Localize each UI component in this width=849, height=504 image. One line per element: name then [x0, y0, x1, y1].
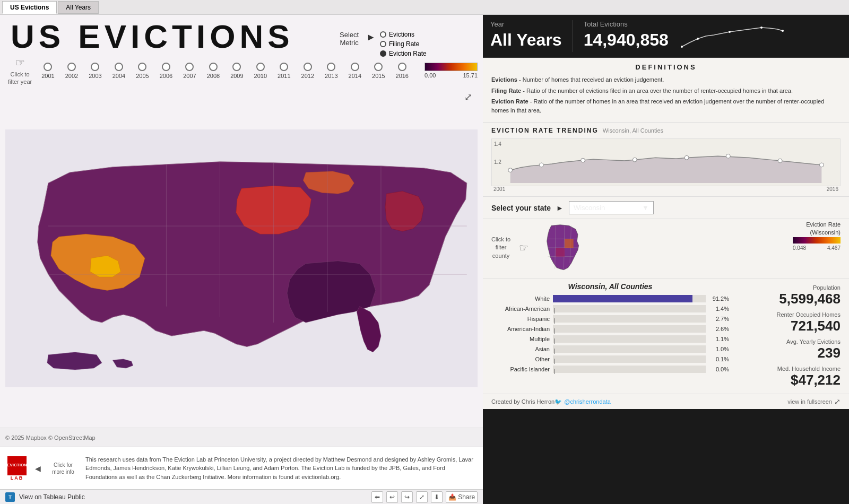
year-circle-2011 — [280, 63, 288, 71]
wi-map-svg[interactable] — [533, 221, 596, 274]
year-label-2014: 2014 — [349, 73, 361, 79]
trend-dot-8[interactable] — [819, 163, 824, 167]
demo-title: Wisconsin, All Counties — [491, 282, 729, 291]
twitter-icon: 🐦 — [555, 398, 562, 405]
year-item-2002[interactable]: 2002 — [65, 63, 78, 79]
year-circle-2005 — [138, 63, 146, 71]
expand-icon[interactable]: ⤢ — [464, 91, 472, 103]
title-area: US EVICTIONS — [0, 15, 294, 53]
color-legend: 0.00 15.71 — [424, 63, 478, 79]
demo-row-pacific-islander: Pacific Islander | 0.0% — [491, 366, 729, 373]
map-container[interactable]: ⤢ — [5, 89, 478, 428]
fullscreen-link[interactable]: view in fullscreen — [787, 398, 832, 405]
state-selector-arrow-icon: ► — [556, 204, 564, 212]
demo-pct-3: 2.6% — [709, 326, 729, 332]
tableau-icon-2[interactable]: ↩ — [386, 491, 398, 503]
demo-bar-container-7: | — [553, 366, 706, 373]
year-item-2003[interactable]: 2003 — [89, 63, 101, 79]
demo-row-other: Other | 0.1% — [491, 355, 729, 363]
renter-stat: Renter Occupied Homes 721,540 — [734, 311, 841, 334]
tab-all-years[interactable]: All Years — [58, 1, 99, 14]
year-circle-2002 — [67, 63, 76, 71]
trend-dot-5[interactable] — [685, 155, 689, 160]
logo-box: EVICTION — [7, 456, 27, 475]
created-by-label: Created by Chris Herron — [491, 398, 555, 405]
radio-evictions-circle — [380, 31, 386, 38]
year-circle-2016 — [398, 63, 406, 71]
year-item-2008[interactable]: 2008 — [207, 63, 220, 79]
metric-evictions[interactable]: Evictions — [380, 31, 427, 38]
demo-pct-6: 0.1% — [709, 356, 729, 362]
demo-bar-container-5: | — [553, 345, 706, 353]
trend-dot-2[interactable] — [539, 163, 543, 167]
trend-dot-4[interactable] — [633, 158, 637, 162]
demographics-section: Wisconsin, All Counties White 91.2% Afri… — [483, 279, 849, 394]
year-label-2006: 2006 — [160, 73, 172, 79]
tableau-icon-3[interactable]: ↪ — [401, 491, 413, 503]
trending-section: EVICTION RATE TRENDING Wisconsin, All Co… — [483, 122, 849, 196]
year-label-2010: 2010 — [254, 73, 267, 79]
year-stat-label: Year — [490, 20, 562, 28]
year-item-2001[interactable]: 2001 — [41, 63, 54, 79]
year-circle-2001 — [44, 63, 52, 71]
renter-label: Renter Occupied Homes — [734, 311, 841, 318]
year-label-2016: 2016 — [396, 73, 409, 79]
trend-dot-6[interactable] — [726, 154, 730, 158]
stat-divider — [573, 20, 573, 52]
svg-rect-7 — [556, 248, 565, 257]
demo-row-multiple: Multiple | 1.1% — [491, 335, 729, 343]
twitter-handle[interactable]: @chrisherrondata — [564, 398, 611, 405]
year-label-2015: 2015 — [372, 73, 385, 79]
year-item-2016[interactable]: 2016 — [396, 63, 409, 79]
mapbox-credit-text: © 2025 Mapbox © OpenStreetMap — [5, 435, 96, 441]
demo-bar-container-0 — [553, 295, 706, 302]
trending-chart: 1.4 1.2 — [491, 138, 841, 186]
tab-us-evictions[interactable]: US Evictions — [2, 1, 57, 14]
year-item-2007[interactable]: 2007 — [183, 63, 196, 79]
created-by-bar: Created by Chris Herron 🐦 @chrisherronda… — [483, 394, 849, 409]
demo-label-6: Other — [491, 356, 550, 362]
def-eviction-rate-term: Eviction Rate — [491, 98, 529, 105]
year-item-2013[interactable]: 2013 — [325, 63, 337, 79]
year-item-2009[interactable]: 2009 — [230, 63, 243, 79]
year-label-2012: 2012 — [301, 73, 314, 79]
tableau-icon-share[interactable]: 📤 Share — [446, 491, 478, 503]
avg-evictions-value: 239 — [734, 345, 841, 361]
definitions-title: DEFINITIONS — [491, 63, 841, 71]
year-item-2011[interactable]: 2011 — [278, 63, 290, 79]
demo-bar-container-3: | — [553, 325, 706, 333]
year-item-2015[interactable]: 2015 — [372, 63, 385, 79]
avg-evictions-stat: Avg. Yearly Evictions 239 — [734, 338, 841, 361]
wi-map-container[interactable] — [533, 221, 596, 274]
tableau-view-label[interactable]: View on Tableau Public — [19, 493, 85, 501]
click-more-info[interactable]: Click for more info — [47, 462, 79, 475]
alaska-region[interactable] — [47, 352, 102, 369]
demo-left: Wisconsin, All Counties White 91.2% Afri… — [491, 282, 729, 390]
metric-filing-rate[interactable]: Filing Rate — [380, 40, 427, 48]
year-item-2004[interactable]: 2004 — [112, 63, 125, 79]
year-item-2014[interactable]: 2014 — [349, 63, 361, 79]
year-item-2010[interactable]: 2010 — [254, 63, 267, 79]
wi-outline[interactable] — [547, 225, 579, 270]
year-item-2012[interactable]: 2012 — [301, 63, 314, 79]
spark-dot-1 — [681, 46, 683, 48]
tableau-icon-download[interactable]: ⬇ — [431, 491, 443, 503]
trend-dot-3[interactable] — [581, 158, 585, 162]
tableau-icon-1[interactable]: ⬅ — [371, 491, 383, 503]
tableau-icon-4[interactable]: ⤢ — [416, 491, 428, 503]
state-dropdown[interactable]: Wisconsin ▼ — [569, 201, 654, 214]
tab-bar: US Evictions All Years — [0, 0, 849, 15]
trend-dot-1[interactable] — [508, 168, 513, 172]
year-item-2006[interactable]: 2006 — [160, 63, 172, 79]
med-income-label: Med. Household Income — [734, 366, 841, 372]
year-item-2005[interactable]: 2005 — [136, 63, 149, 79]
us-map-svg[interactable] — [5, 89, 478, 428]
year-label-2009: 2009 — [230, 73, 243, 79]
evictions-stat-label: Total Evictions — [584, 20, 669, 28]
page-title: US EVICTIONS — [11, 20, 294, 53]
footer-left-arrow[interactable]: ◀ — [35, 464, 41, 473]
trend-dot-7[interactable] — [778, 159, 782, 163]
click-filter-county-hint: Click to filter county — [491, 236, 510, 260]
year-circle-2007 — [185, 63, 194, 71]
med-income-value: $47,212 — [734, 372, 841, 388]
